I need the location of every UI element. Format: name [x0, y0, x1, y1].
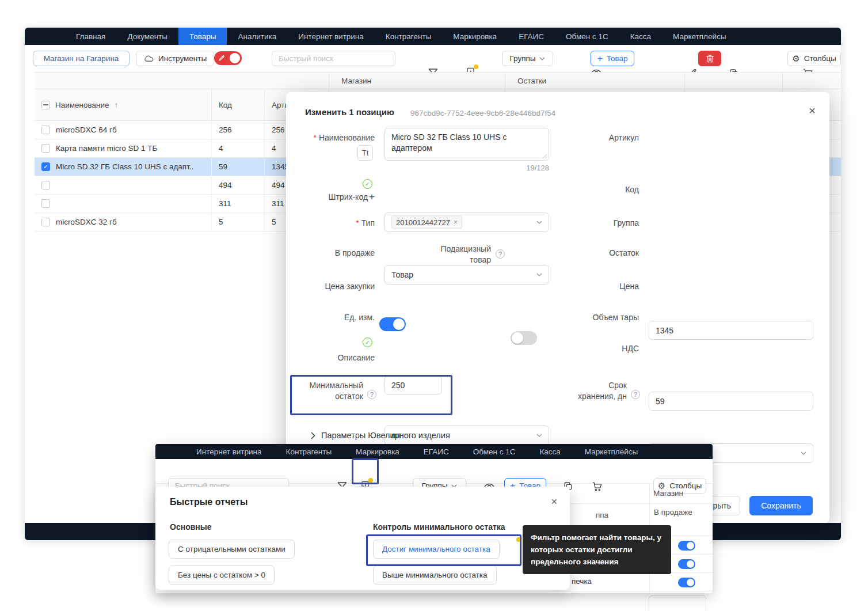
modal-title: Изменить 1 позицию — [305, 107, 394, 117]
nav-item-egais[interactable]: ЕГАИС — [508, 28, 555, 45]
shelf-life-help-icon[interactable]: ? — [631, 390, 640, 399]
barcode-valid-icon: ✓ — [363, 179, 372, 189]
add-product-button[interactable]: + Товар — [591, 51, 634, 66]
row-checkbox[interactable] — [41, 181, 50, 189]
on-sale-row-toggle[interactable] — [678, 559, 695, 569]
purchase-price-value: 250 — [391, 381, 405, 390]
code-value: 59 — [656, 397, 665, 406]
purchase-price-input[interactable]: 250 — [384, 375, 442, 394]
jewelry-section-expander[interactable]: Параметры Ювелирного изделия — [311, 431, 450, 440]
product-code: 311 — [212, 195, 265, 212]
row-checkbox[interactable] — [41, 218, 50, 226]
name-value: Micro SD 32 ГБ Class 10 UHS с адаптером — [391, 132, 542, 154]
nav-item-analitika[interactable]: Аналитика — [227, 28, 287, 45]
min-stock-label: Минимальный остаток — [300, 380, 363, 402]
close-icon[interactable]: × — [809, 105, 816, 116]
nav-item-obmen-1c[interactable]: Обмен с 1С — [461, 444, 528, 459]
barcode-chip[interactable]: 2010012442727 × — [391, 215, 462, 229]
description-label: Описание — [286, 352, 375, 363]
header-code[interactable]: Код — [212, 89, 265, 120]
on-sale-row-toggle[interactable] — [678, 578, 695, 587]
code-input[interactable]: 59 — [649, 392, 813, 411]
nav-item-glavnaya[interactable]: Главная — [65, 28, 116, 45]
store-select-button[interactable]: Магазин на Гагарина — [33, 51, 130, 66]
nav-item-kassa[interactable]: Касса — [619, 28, 662, 45]
nav-item-obmen-1c[interactable]: Обмен с 1С — [555, 28, 619, 45]
header-name[interactable]: Наименование ↑ — [35, 89, 212, 120]
article-input[interactable]: 1345 — [649, 321, 813, 340]
tools-button[interactable]: Инструменты — [136, 51, 214, 66]
nav-item-vitrina[interactable]: Интернет витрина — [287, 28, 375, 45]
panel-title: Быстрые отчеты — [170, 497, 248, 507]
delete-button[interactable] — [698, 51, 721, 66]
row-checkbox[interactable] — [41, 162, 50, 171]
chevron-right-icon — [311, 432, 315, 439]
report-above-min-stock-button[interactable]: Выше минимального остатка — [373, 566, 497, 585]
row-checkbox[interactable] — [41, 199, 50, 208]
name-input[interactable]: Micro SD 32 ГБ Class 10 UHS с адаптером — [384, 128, 549, 161]
notification-dot — [474, 64, 478, 69]
description-valid-icon: ✓ — [363, 337, 372, 347]
notification-dot — [516, 537, 521, 542]
article-label: Артикул — [551, 132, 639, 143]
toggle-knob — [230, 53, 240, 63]
nav-item-kontragenty[interactable]: Контрагенты — [375, 28, 443, 45]
product-code: 4 — [212, 139, 265, 157]
groups-button[interactable]: Группы — [502, 51, 553, 66]
main-toolbar: Магазин на Гагарина Инструменты Группы — [25, 45, 841, 72]
cloud-icon — [143, 53, 154, 64]
resize-grip-icon[interactable] — [542, 154, 547, 159]
row-checkbox[interactable] — [41, 144, 50, 153]
columns-button-label: Столбцы — [804, 54, 836, 63]
code-label: Код — [551, 184, 639, 195]
product-name: microSDXC 32 гб — [56, 218, 117, 226]
close-icon[interactable]: × — [551, 496, 557, 507]
nav-item-kassa[interactable]: Касса — [527, 444, 572, 459]
nav-item-vitrina[interactable]: Интернет витрина — [184, 444, 274, 459]
columns-button[interactable]: ⚙ Столбцы — [787, 51, 841, 66]
report-negative-stock-button[interactable]: С отрицательными остатками — [169, 540, 295, 559]
on-sale-toggle[interactable] — [379, 317, 406, 331]
on-sale-row-toggle[interactable] — [678, 541, 695, 551]
min-stock-help-icon[interactable]: ? — [367, 390, 376, 399]
quick-reports-panel: Быстрые отчеты × Основные Контроль миним… — [155, 487, 570, 590]
chevron-down-icon — [536, 273, 542, 276]
nav-item-markirovka[interactable]: Маркировка — [344, 444, 412, 459]
chevron-down-icon — [801, 451, 806, 455]
nav-item-kontragenty[interactable]: Контрагенты — [274, 444, 344, 459]
volume-input[interactable] — [649, 595, 706, 611]
table-group-header: Магазин Остатки — [35, 72, 841, 89]
excise-help-icon[interactable]: ? — [496, 249, 505, 259]
nav-item-egais[interactable]: ЕГАИС — [412, 444, 461, 459]
chevron-down-icon — [536, 221, 542, 224]
report-no-price-button[interactable]: Без цены с остатком > 0 — [169, 566, 275, 585]
report-reached-min-stock-button[interactable]: Достиг минимального остатка — [373, 540, 500, 559]
select-all-checkbox[interactable] — [41, 101, 50, 109]
excise-toggle[interactable] — [511, 331, 537, 345]
nav-item-markirovka[interactable]: Маркировка — [442, 28, 508, 45]
text-format-button[interactable]: Tt — [357, 145, 373, 161]
save-button[interactable]: Сохранить — [749, 496, 813, 515]
volume-label: Объем тары — [551, 312, 639, 323]
chevron-down-icon — [536, 434, 542, 437]
type-select[interactable]: Товар — [384, 265, 549, 284]
cart-icon[interactable] — [592, 481, 603, 492]
name-label: Наименование — [286, 132, 375, 143]
row-checkbox[interactable] — [41, 126, 50, 134]
search-input[interactable] — [272, 51, 395, 66]
nav-item-marketpleisy[interactable]: Маркетплейсы — [573, 444, 650, 459]
gear-icon: ⚙ — [792, 54, 800, 63]
type-value: Товар — [391, 270, 413, 279]
barcode-select[interactable]: 2010012442727 × — [384, 212, 549, 232]
barcode-label: Штрих-код+ — [286, 191, 375, 203]
fragment-toolbar: Группы + Товар ⚙ Столбцы — [155, 459, 713, 484]
add-barcode-button[interactable]: + — [369, 191, 375, 202]
chip-remove-icon[interactable]: × — [454, 218, 458, 226]
vat-label: НДС — [551, 343, 639, 354]
notification-dot — [368, 478, 373, 483]
nav-item-marketpleisy[interactable]: Маркетплейсы — [662, 28, 737, 45]
nav-item-dokumenty[interactable]: Документы — [116, 28, 178, 45]
tooltip: Фильтр помогает найти товары, у которых … — [523, 525, 671, 574]
nav-item-tovary[interactable]: Товары — [178, 28, 227, 45]
edit-mode-toggle[interactable] — [214, 51, 242, 65]
